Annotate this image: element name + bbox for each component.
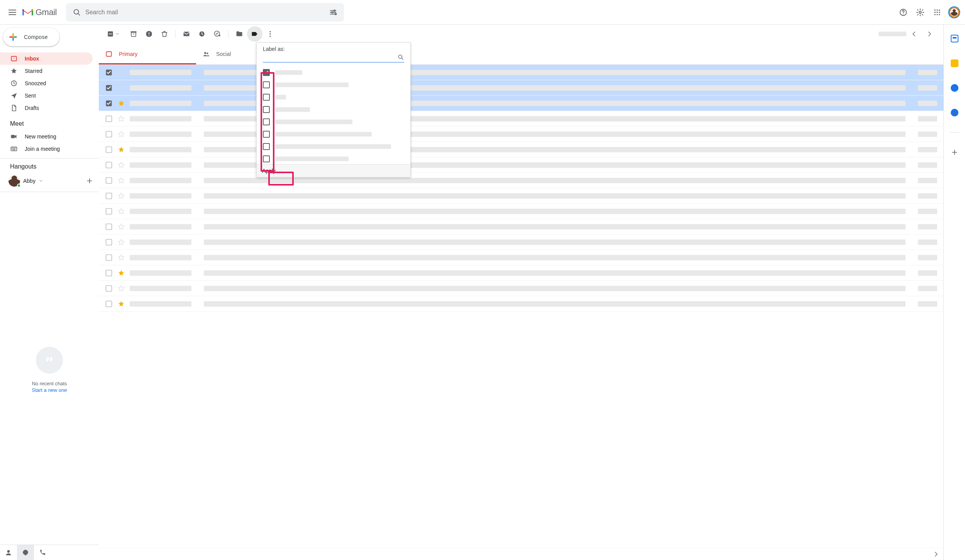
tasks-app-button[interactable]: [947, 80, 962, 96]
message-row[interactable]: [99, 111, 943, 127]
message-row[interactable]: [99, 96, 943, 111]
hangouts-new-chat-button[interactable]: [83, 175, 96, 187]
row-star[interactable]: [117, 192, 125, 200]
message-row[interactable]: [99, 219, 943, 234]
row-checkbox[interactable]: [105, 100, 113, 107]
move-to-button[interactable]: [232, 26, 247, 42]
message-row[interactable]: [99, 127, 943, 142]
row-star[interactable]: [117, 223, 125, 231]
row-checkbox[interactable]: [105, 269, 113, 277]
label-option-list[interactable]: [257, 65, 410, 164]
label-option[interactable]: [257, 103, 410, 116]
main-menu-button[interactable]: [3, 3, 22, 22]
row-checkbox[interactable]: [105, 115, 113, 123]
row-star[interactable]: [117, 161, 125, 169]
row-star[interactable]: [117, 115, 125, 123]
select-all-button[interactable]: [105, 26, 121, 42]
sidebar-item-drafts[interactable]: Drafts: [0, 102, 93, 114]
message-row[interactable]: [99, 157, 943, 173]
support-button[interactable]: [896, 5, 911, 20]
contacts-app-button[interactable]: [947, 105, 962, 120]
report-spam-button[interactable]: [141, 26, 157, 42]
settings-button[interactable]: [913, 5, 928, 20]
row-checkbox[interactable]: [105, 84, 113, 92]
label-apply-button[interactable]: Apply: [257, 165, 281, 177]
chevron-right-icon[interactable]: [933, 551, 940, 558]
row-checkbox[interactable]: [105, 223, 113, 231]
footer-hangouts-button[interactable]: [17, 545, 34, 560]
newer-button[interactable]: [922, 26, 937, 42]
sidebar-item-starred[interactable]: Starred: [0, 65, 93, 77]
label-option-checkbox[interactable]: [263, 143, 270, 150]
row-star[interactable]: [117, 207, 125, 215]
label-option[interactable]: [257, 79, 410, 91]
row-checkbox[interactable]: [105, 254, 113, 261]
start-new-chat-link[interactable]: Start a new one: [32, 387, 67, 393]
row-checkbox[interactable]: [105, 69, 113, 76]
message-row[interactable]: [99, 250, 943, 265]
message-row[interactable]: [99, 65, 943, 80]
message-row[interactable]: [99, 142, 943, 157]
row-checkbox[interactable]: [105, 285, 113, 292]
more-button[interactable]: [262, 26, 278, 42]
message-row[interactable]: [99, 265, 943, 281]
message-row[interactable]: [99, 296, 943, 312]
label-option-checkbox[interactable]: [263, 131, 270, 138]
row-star[interactable]: [117, 300, 125, 308]
row-star[interactable]: [117, 100, 125, 107]
sidebar-item-snoozed[interactable]: Snoozed: [0, 77, 93, 89]
footer-phone-button[interactable]: [34, 545, 51, 560]
sidebar-item-new-meeting[interactable]: New meeting: [0, 130, 93, 143]
label-option[interactable]: [257, 91, 410, 103]
delete-button[interactable]: [157, 26, 172, 42]
account-button[interactable]: [946, 5, 962, 20]
label-option[interactable]: [257, 128, 410, 140]
sidebar-item-sent[interactable]: Sent: [0, 89, 93, 102]
label-option-checkbox[interactable]: [263, 69, 270, 76]
message-row[interactable]: [99, 80, 943, 96]
message-list[interactable]: [99, 65, 943, 548]
keep-app-button[interactable]: [947, 56, 962, 71]
label-option-checkbox[interactable]: [263, 118, 270, 125]
label-search-input[interactable]: [263, 54, 404, 62]
label-option[interactable]: [257, 140, 410, 153]
mark-unread-button[interactable]: [179, 26, 194, 42]
calendar-app-button[interactable]: [947, 31, 962, 46]
label-option-checkbox[interactable]: [263, 81, 270, 88]
row-checkbox[interactable]: [105, 177, 113, 184]
row-checkbox[interactable]: [105, 130, 113, 138]
message-row[interactable]: [99, 204, 943, 219]
archive-button[interactable]: [126, 26, 141, 42]
row-star[interactable]: [117, 130, 125, 138]
label-option-checkbox[interactable]: [263, 106, 270, 113]
row-checkbox[interactable]: [105, 300, 113, 308]
row-star[interactable]: [117, 69, 125, 76]
search-button[interactable]: [69, 5, 85, 20]
google-apps-button[interactable]: [929, 5, 945, 20]
message-row[interactable]: [99, 188, 943, 204]
row-star[interactable]: [117, 254, 125, 261]
row-star[interactable]: [117, 177, 125, 184]
row-star[interactable]: [117, 269, 125, 277]
get-addons-button[interactable]: [947, 145, 962, 160]
labels-button[interactable]: [247, 26, 262, 42]
message-row[interactable]: [99, 234, 943, 250]
row-checkbox[interactable]: [105, 207, 113, 215]
row-checkbox[interactable]: [105, 192, 113, 200]
tab-primary[interactable]: Primary: [99, 43, 196, 64]
sidebar-item-join-meeting[interactable]: Join a meeting: [0, 143, 93, 155]
row-star[interactable]: [117, 238, 125, 246]
label-option-checkbox[interactable]: [263, 94, 270, 101]
row-star[interactable]: [117, 84, 125, 92]
footer-contacts-button[interactable]: [0, 545, 17, 560]
label-option[interactable]: [257, 66, 410, 79]
message-row[interactable]: [99, 281, 943, 296]
label-option-checkbox[interactable]: [263, 155, 270, 162]
snooze-button[interactable]: [194, 26, 210, 42]
row-star[interactable]: [117, 146, 125, 153]
older-button[interactable]: [906, 26, 922, 42]
row-checkbox[interactable]: [105, 146, 113, 153]
row-star[interactable]: [117, 285, 125, 292]
label-option[interactable]: [257, 116, 410, 128]
compose-button[interactable]: Compose: [3, 28, 59, 46]
